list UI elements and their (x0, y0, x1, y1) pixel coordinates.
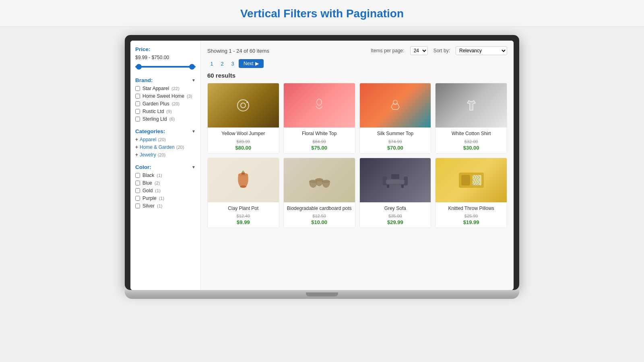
brand-checkbox-input-rl[interactable] (135, 109, 140, 114)
laptop-notch (306, 292, 338, 296)
product-image-1 (284, 83, 355, 128)
color-label: Color: (135, 164, 151, 170)
brand-count-star: (22) (171, 86, 180, 91)
category-jewelry[interactable]: + Jewelry (20) (135, 152, 196, 158)
product-card-7[interactable]: Knitted Throw Pillows $25.99 $19.99 (435, 158, 507, 228)
category-apparel[interactable]: + Apparel (20) (135, 137, 196, 142)
results-heading: 60 results (207, 72, 507, 79)
price-range-slider[interactable] (135, 63, 196, 71)
brand-collapse-arrow[interactable]: ▼ (192, 78, 196, 82)
next-button[interactable]: Next ▶ (239, 59, 264, 68)
product-info-5: Biodegradable cardboard pots $12.50 $10.… (284, 202, 355, 228)
color-count-black: (1) (157, 173, 162, 178)
product-image-6 (360, 158, 431, 202)
color-name-silver: Silver (142, 203, 155, 209)
category-name-apparel: Apparel (140, 137, 156, 142)
categories-collapse-arrow[interactable]: ▼ (192, 129, 196, 134)
color-checkbox-purple[interactable] (135, 196, 140, 201)
showing-info: Showing 1 - 24 of 60 items (207, 48, 269, 54)
brand-filter-section: Brand: ▼ Star Apparel (22) Home Sweet Ho… (135, 77, 196, 122)
color-checkbox-black[interactable] (135, 173, 140, 178)
product-name-2: Silk Summer Top (362, 131, 429, 137)
color-checkbox-blue[interactable] (135, 181, 140, 185)
brand-checkbox-garden-plus[interactable]: Garden Plus (20) (135, 101, 196, 107)
brand-label: Brand: (135, 77, 153, 83)
brand-checkbox-star-apparel[interactable]: Star Apparel (22) (135, 86, 196, 91)
svg-point-3 (317, 99, 322, 105)
color-collapse-arrow[interactable]: ▼ (192, 165, 196, 169)
brand-checkbox-home-sweet-home[interactable]: Home Sweet Home (3) (135, 93, 196, 99)
sidebar: Price: $9.99 - $750.00 B (130, 41, 201, 290)
product-sale-price-3: $30.00 (438, 145, 504, 151)
laptop-body: Price: $9.99 - $750.00 B (125, 35, 519, 290)
product-sale-price-4: $9.99 (210, 219, 277, 225)
color-checkbox-gold[interactable] (135, 188, 140, 193)
product-sale-price-2: $70.00 (362, 145, 429, 151)
product-card-2[interactable]: Silk Summer Top $74.99 $70.00 (359, 83, 431, 154)
color-blue[interactable]: Blue (2) (135, 180, 196, 186)
category-home-garden[interactable]: + Home & Garden (20) (135, 144, 196, 150)
category-plus-icon: + (135, 137, 138, 142)
product-name-6: Grey Sofa (362, 206, 429, 212)
items-per-page-label: Items per page: (371, 48, 404, 53)
product-card-3[interactable]: White Cotton Shirt $32.00 $30.00 (435, 83, 507, 154)
product-card-1[interactable]: Floral White Top $84.99 $75.00 (283, 83, 355, 154)
brand-checkbox-input-sl[interactable] (135, 117, 140, 121)
product-original-price-6: $35.00 (362, 214, 429, 218)
app-layout: Price: $9.99 - $750.00 B (130, 41, 514, 290)
color-name-black: Black (142, 173, 154, 178)
product-card-4[interactable]: Clay Plant Pot $12.49 $9.99 (207, 158, 279, 228)
category-plus-icon-hg: + (135, 144, 138, 150)
sort-label: Sort by: (433, 48, 450, 53)
page-2-button[interactable]: 2 (218, 59, 227, 68)
page-1-button[interactable]: 1 (207, 59, 216, 68)
items-per-page-select[interactable]: 24 48 96 (410, 46, 428, 55)
product-original-price-0: $89.99 (210, 139, 277, 144)
product-grid: Yellow Wool Jumper $89.99 $80.00 (207, 83, 507, 228)
brand-checkbox-rustic-ltd[interactable]: Rustic Ltd (9) (135, 109, 196, 114)
product-image-4 (208, 158, 279, 202)
product-info-4: Clay Plant Pot $12.49 $9.99 (208, 202, 279, 228)
product-info-3: White Cotton Shirt $32.00 $30.00 (436, 128, 507, 153)
product-image-7 (436, 158, 507, 202)
brand-checkbox-sterling-ltd[interactable]: Sterling Ltd (6) (135, 116, 196, 122)
product-original-price-5: $12.50 (286, 214, 353, 218)
category-plus-icon-j: + (135, 152, 138, 158)
top-bar-right: Items per page: 24 48 96 Sort by: Releva… (371, 46, 507, 55)
product-name-5: Biodegradable cardboard pots (286, 206, 353, 212)
brand-name-gp: Garden Plus (142, 101, 169, 107)
color-count-gold: (1) (155, 188, 160, 193)
product-sale-price-1: $75.00 (286, 145, 353, 151)
product-name-7: Knitted Throw Pillows (438, 206, 504, 212)
product-card-0[interactable]: Yellow Wool Jumper $89.99 $80.00 (207, 83, 279, 154)
brand-name-rl: Rustic Ltd (142, 109, 164, 114)
color-black[interactable]: Black (1) (135, 173, 196, 178)
color-checkbox-silver[interactable] (135, 204, 140, 208)
product-sale-price-0: $80.00 (210, 145, 277, 151)
svg-rect-16 (401, 185, 404, 188)
brand-checkbox-input-hsh[interactable] (135, 94, 140, 99)
svg-rect-19 (461, 175, 470, 185)
product-card-5[interactable]: Biodegradable cardboard pots $12.50 $10.… (283, 158, 355, 228)
product-card-6[interactable]: Grey Sofa $35.00 $29.99 (359, 158, 431, 228)
color-purple[interactable]: Purple (1) (135, 195, 196, 201)
brand-checkbox-input-gp[interactable] (135, 101, 140, 106)
product-original-price-7: $25.99 (438, 214, 504, 218)
color-gold[interactable]: Gold (1) (135, 188, 196, 193)
pagination: 1 2 3 Next ▶ (207, 59, 507, 68)
brand-count-sl: (6) (169, 117, 175, 121)
category-name-j: Jewelry (140, 152, 156, 158)
color-silver[interactable]: Silver (1) (135, 203, 196, 209)
page-3-button[interactable]: 3 (228, 59, 237, 68)
category-count-hg: (20) (176, 145, 184, 150)
brand-name-star: Star Apparel (142, 86, 169, 91)
product-image-3 (436, 83, 507, 128)
price-filter-title: Price: (135, 46, 196, 52)
categories-filter-title: Categories: ▼ (135, 128, 196, 134)
brand-checkbox-input-star[interactable] (135, 86, 140, 91)
sort-select[interactable]: Relevancy Price: Low to High Price: High… (456, 46, 507, 55)
range-track (135, 66, 196, 68)
product-original-price-1: $84.99 (286, 139, 353, 144)
range-thumb-left[interactable] (136, 64, 142, 70)
range-thumb-right[interactable] (189, 64, 195, 70)
